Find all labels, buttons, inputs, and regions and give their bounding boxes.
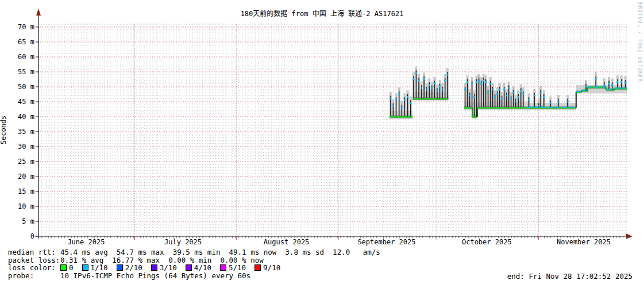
probe-label: probe:	[8, 272, 60, 279]
svg-text:55 m: 55 m	[18, 68, 34, 76]
axis-ticks	[36, 27, 630, 240]
svg-text:September 2025: September 2025	[357, 238, 415, 246]
loss-color-swatches: 01/102/103/104/105/109/10	[60, 263, 289, 272]
loss-swatch-label: 4/10	[194, 263, 211, 272]
svg-text:10 m: 10 m	[18, 202, 34, 210]
loss-swatch	[82, 264, 88, 271]
y-tick-labels: 05 m10 m15 m20 m25 m30 m35 m40 m45 m50 m…	[18, 23, 34, 240]
loss-swatch	[220, 264, 226, 271]
svg-text:November 2025: November 2025	[557, 238, 611, 246]
month-labels: June 2025July 2025August 2025September 2…	[67, 238, 611, 246]
probe-value: 10 IPv6-ICMP Echo Pings (64 Bytes) every…	[60, 271, 250, 280]
svg-text:70 m: 70 m	[18, 23, 34, 31]
svg-text:40 m: 40 m	[18, 113, 34, 121]
loss-swatch-label: 5/10	[229, 263, 246, 272]
loss-swatch-label: 3/10	[160, 263, 177, 272]
svg-text:5 m: 5 m	[22, 217, 34, 225]
svg-text:60 m: 60 m	[18, 53, 34, 61]
loss-swatch-label: 0	[69, 263, 74, 272]
svg-text:0: 0	[30, 232, 34, 240]
loss-swatch	[254, 264, 261, 271]
legend-row-median-rtt: median rtt:45.4 ms avg 54.7 ms max 39.5 …	[8, 248, 380, 256]
y-axis-label: Seconds	[0, 72, 7, 187]
svg-text:50 m: 50 m	[18, 83, 34, 91]
svg-text:20 m: 20 m	[18, 172, 34, 181]
svg-text:25 m: 25 m	[18, 158, 34, 166]
loss-swatch	[60, 264, 67, 271]
chart-title: 180天前的数据 from 中国 上海 联通-2 AS17621	[0, 8, 644, 18]
svg-text:July 2025: July 2025	[164, 238, 202, 246]
rrdtool-graph-window: 05 m10 m15 m20 m25 m30 m35 m40 m45 m50 m…	[0, 0, 644, 284]
svg-text:45 m: 45 m	[18, 98, 34, 106]
latency-chart-canvas: 05 m10 m15 m20 m25 m30 m35 m40 m45 m50 m…	[0, 0, 644, 284]
loss-swatch-label: 1/10	[91, 263, 108, 272]
loss-swatch	[117, 264, 123, 271]
svg-text:August 2025: August 2025	[264, 238, 309, 246]
grid-minor	[38, 24, 628, 236]
loss-swatch-label: 9/10	[263, 263, 280, 272]
svg-text:30 m: 30 m	[18, 143, 34, 151]
svg-text:October 2025: October 2025	[462, 238, 512, 246]
end-timestamp: end: Fri Nov 28 17:02:52 2025	[507, 272, 633, 281]
svg-text:15 m: 15 m	[18, 187, 34, 195]
legend-row-probe: probe:10 IPv6-ICMP Echo Pings (64 Bytes)…	[8, 272, 250, 279]
median-rtt-label: median rtt:	[8, 248, 60, 256]
loss-color-label: loss color:	[8, 264, 60, 271]
loss-swatch-label: 2/10	[125, 263, 142, 272]
rrdtool-watermark: RRDTOOL / TOBI OETIKER	[637, 2, 643, 82]
svg-text:35 m: 35 m	[18, 128, 34, 136]
median-rtt-values: 45.4 ms avg 54.7 ms max 39.5 ms min 49.1…	[60, 248, 380, 256]
loss-swatch	[151, 264, 157, 271]
loss-swatch	[186, 264, 192, 271]
legend-row-loss-color: loss color:01/102/103/104/105/109/10	[8, 264, 289, 271]
svg-text:65 m: 65 m	[18, 38, 34, 46]
svg-text:June 2025: June 2025	[67, 238, 105, 246]
